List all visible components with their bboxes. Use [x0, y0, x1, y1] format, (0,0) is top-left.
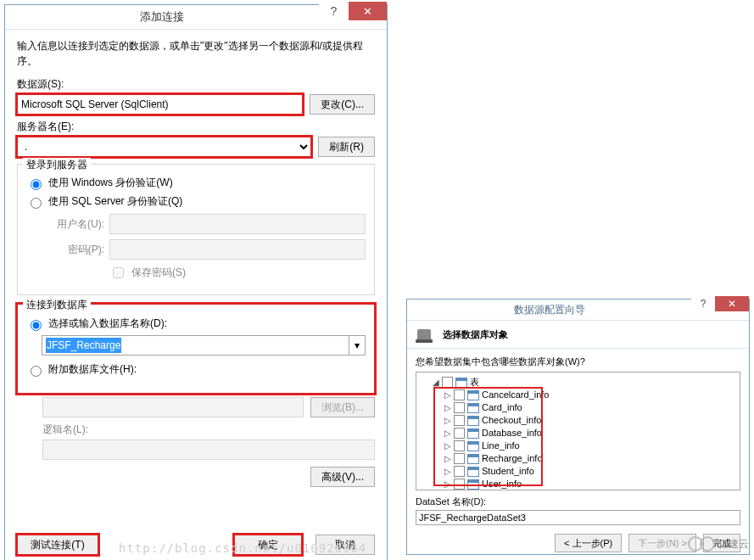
refresh-button[interactable]: 刷新(R)	[318, 137, 375, 157]
table-icon	[455, 378, 467, 388]
table-checkbox[interactable]	[454, 415, 465, 426]
help-button[interactable]: ?	[691, 296, 715, 311]
logical-name-input	[42, 440, 375, 460]
tree-table-name: Database_info	[482, 427, 542, 440]
table-icon	[467, 416, 479, 426]
close-button[interactable]: ✕	[349, 2, 387, 20]
table-checkbox[interactable]	[454, 453, 465, 464]
titlebar[interactable]: 数据源配置向导 ? ✕	[407, 300, 749, 321]
table-icon	[467, 441, 479, 451]
table-checkbox[interactable]	[454, 389, 465, 400]
next-button: 下一步(N) >	[628, 534, 696, 552]
connect-db-group: 连接到数据库 选择或输入数据库名称(D): JFSF_Recharge ▾ 附加…	[17, 304, 375, 394]
table-row[interactable]: ▷Line_info	[444, 440, 736, 452]
expand-icon[interactable]: ◢	[432, 376, 439, 389]
tree-table-name: Checkout_info	[482, 414, 541, 427]
table-row[interactable]: ▷Checkout_info	[444, 414, 736, 427]
add-connection-dialog: 添加连接 ? ✕ 输入信息以连接到选定的数据源，或单击"更改"选择另一个数据源和…	[4, 4, 388, 560]
dataset-name-label: DataSet 名称(D):	[416, 496, 740, 508]
save-password-checkbox	[113, 267, 124, 278]
expand-icon[interactable]: ▷	[444, 401, 451, 414]
table-icon	[467, 390, 479, 400]
connect-db-group-title: 连接到数据库	[23, 298, 91, 312]
chevron-down-icon[interactable]: ▾	[349, 336, 365, 355]
servername-select[interactable]: .	[17, 137, 311, 157]
auth-windows-label: 使用 Windows 身份验证(W)	[48, 176, 173, 190]
password-input	[109, 239, 366, 260]
password-label: 密码(P):	[45, 243, 104, 257]
tables-checkbox[interactable]	[442, 377, 453, 388]
tree-table-name: User_info	[482, 478, 522, 490]
select-db-label: 选择或输入数据库名称(D):	[48, 316, 167, 331]
table-row[interactable]: ▷Cancelcard_info	[444, 389, 736, 401]
db-name-value: JFSF_Recharge	[46, 338, 121, 353]
test-connection-button[interactable]: 测试连接(T)	[17, 535, 98, 555]
expand-icon[interactable]: ▷	[444, 427, 451, 440]
dialog-description: 输入信息以连接到选定的数据源，或单击"更改"选择另一个数据源和/或提供程序。	[17, 38, 375, 69]
expand-icon[interactable]: ▷	[444, 414, 451, 427]
tree-table-name: Student_info	[482, 465, 534, 478]
save-password-label: 保存密码(S)	[131, 266, 186, 280]
table-row[interactable]: ▷Card_info	[444, 401, 736, 414]
change-button[interactable]: 更改(C)...	[310, 94, 375, 115]
browse-button: 浏览(B)...	[310, 397, 375, 417]
datasource-wizard-dialog: 数据源配置向导 ? ✕ 选择数据库对象 您希望数据集中包含哪些数据库对象(W)?…	[406, 299, 750, 555]
wizard-question: 您希望数据集中包含哪些数据库对象(W)?	[416, 356, 740, 368]
tree-table-name: Line_info	[482, 440, 520, 452]
login-group-title: 登录到服务器	[23, 158, 91, 172]
logical-name-label: 逻辑名(L):	[42, 423, 375, 437]
table-checkbox[interactable]	[454, 479, 465, 490]
attach-file-input	[42, 397, 304, 417]
table-row[interactable]: ▷Recharge_info	[444, 452, 736, 465]
expand-icon[interactable]: ▷	[444, 389, 451, 401]
advanced-button[interactable]: 高级(V)...	[310, 467, 375, 487]
url-watermark: http://blog.csdn.net/u010926964	[119, 541, 366, 555]
table-icon	[467, 403, 479, 413]
expand-icon[interactable]: ▷	[444, 452, 451, 465]
db-name-select[interactable]: JFSF_Recharge ▾	[42, 335, 366, 356]
expand-icon[interactable]: ▷	[444, 440, 451, 452]
watermark-logo: 亿速云	[688, 536, 749, 552]
auth-sql-label: 使用 SQL Server 身份验证(Q)	[48, 194, 182, 209]
username-label: 用户名(U):	[45, 217, 104, 232]
table-checkbox[interactable]	[454, 402, 465, 413]
servername-label: 服务器名(E):	[17, 120, 375, 134]
table-row[interactable]: ▷Student_info	[444, 465, 736, 478]
previous-button[interactable]: < 上一步(P)	[555, 534, 622, 552]
table-icon	[467, 479, 479, 490]
auth-windows-radio[interactable]	[31, 179, 42, 190]
datasource-label: 数据源(S):	[17, 77, 375, 92]
username-input	[109, 214, 366, 234]
logo-icon	[700, 536, 715, 552]
tree-table-name: Recharge_info	[482, 452, 543, 465]
attach-db-label: 附加数据库文件(H):	[48, 362, 137, 377]
tree-table-name: Card_info	[482, 401, 522, 414]
select-db-radio[interactable]	[31, 320, 42, 331]
tree-tables-label: 表	[470, 376, 479, 389]
dialog-title: 数据源配置向导	[407, 303, 691, 317]
table-checkbox[interactable]	[454, 428, 465, 439]
table-checkbox[interactable]	[454, 466, 465, 477]
table-checkbox[interactable]	[454, 440, 465, 451]
object-tree[interactable]: ◢表 ▷Cancelcard_info▷Card_info▷Checkout_i…	[416, 372, 740, 490]
database-icon	[416, 326, 436, 343]
login-group: 登录到服务器 使用 Windows 身份验证(W) 使用 SQL Server …	[17, 164, 375, 295]
auth-sql-radio[interactable]	[31, 198, 42, 209]
wizard-heading: 选择数据库对象	[443, 328, 508, 341]
table-row[interactable]: ▷Database_info	[444, 427, 736, 440]
dialog-title: 添加连接	[5, 9, 319, 25]
titlebar[interactable]: 添加连接 ? ✕	[5, 5, 387, 30]
table-icon	[467, 428, 479, 439]
datasource-input	[17, 94, 303, 115]
dataset-name-input[interactable]	[416, 510, 740, 525]
close-button[interactable]: ✕	[715, 296, 749, 311]
expand-icon[interactable]: ▷	[444, 465, 451, 478]
help-button[interactable]: ?	[319, 2, 349, 20]
table-row[interactable]: ▷User_info	[444, 478, 736, 490]
logo-text: 亿速云	[718, 537, 749, 552]
table-icon	[467, 454, 479, 464]
tree-table-name: Cancelcard_info	[482, 389, 550, 401]
attach-db-radio[interactable]	[31, 366, 42, 377]
table-icon	[467, 467, 479, 477]
expand-icon[interactable]: ▷	[444, 478, 451, 490]
